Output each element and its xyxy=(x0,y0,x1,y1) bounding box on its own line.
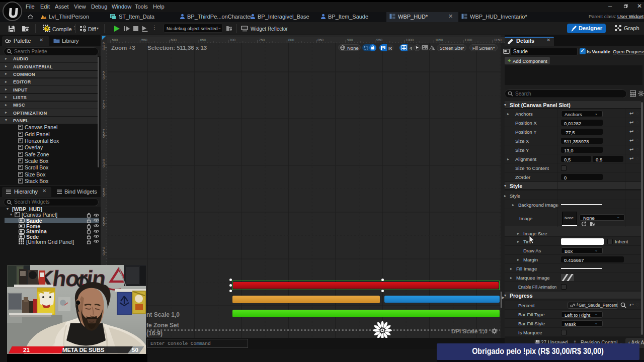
svg-text:800: 800 xyxy=(288,38,294,42)
svg-text:1100: 1100 xyxy=(464,38,472,42)
svg-text:850: 850 xyxy=(317,38,324,42)
svg-text:0: 0 xyxy=(103,223,105,226)
svg-text:0: 0 xyxy=(103,76,105,80)
svg-text:500: 500 xyxy=(112,38,118,42)
svg-text:0: 0 xyxy=(103,252,105,256)
svg-text:700: 700 xyxy=(229,38,235,42)
svg-text:0: 0 xyxy=(103,194,105,197)
svg-text:550: 550 xyxy=(141,38,147,42)
svg-text:1050: 1050 xyxy=(435,38,443,42)
svg-text:?: ? xyxy=(45,26,48,31)
svg-text:1150: 1150 xyxy=(494,38,502,42)
svg-text:600: 600 xyxy=(171,38,177,42)
svg-text:950: 950 xyxy=(376,38,382,42)
svg-text:900: 900 xyxy=(347,38,353,42)
svg-text:1000: 1000 xyxy=(406,38,414,42)
svg-text:650: 650 xyxy=(200,38,206,42)
svg-text:META DE SUBS: META DE SUBS xyxy=(62,347,105,353)
svg-text:21: 21 xyxy=(23,347,30,353)
svg-text:0: 0 xyxy=(103,47,105,51)
svg-text:0: 0 xyxy=(103,135,105,138)
svg-text:0: 0 xyxy=(103,106,105,109)
svg-text:50: 50 xyxy=(132,347,138,353)
svg-text:0: 0 xyxy=(103,164,105,168)
svg-text:750: 750 xyxy=(259,38,265,42)
